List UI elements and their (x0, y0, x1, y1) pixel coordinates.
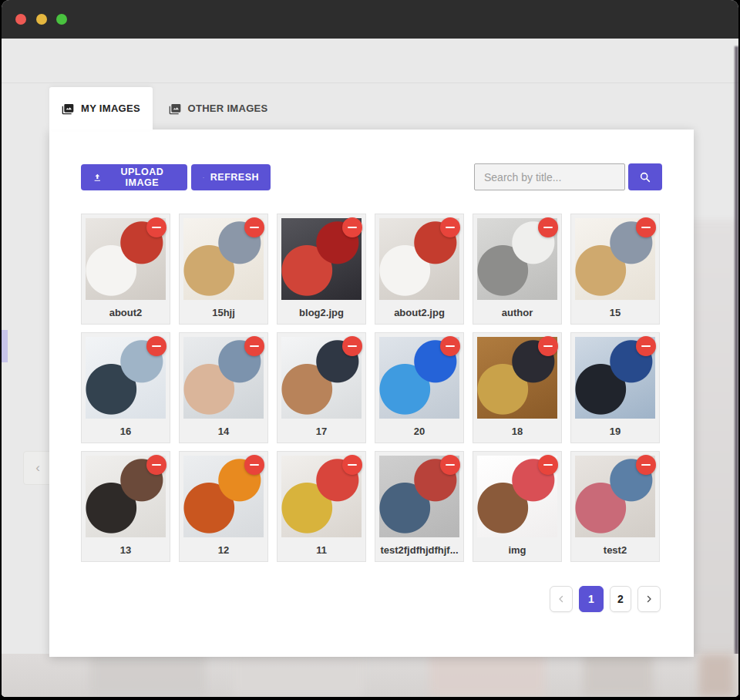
delete-image-button[interactable] (244, 217, 264, 237)
image-card[interactable]: 11 (277, 451, 366, 562)
delete-image-button[interactable] (538, 217, 558, 237)
background-accent-chip (2, 330, 8, 362)
delete-image-button[interactable] (636, 217, 656, 237)
minus-icon (348, 345, 357, 348)
image-card[interactable]: about2 (81, 214, 170, 325)
search-input[interactable] (474, 163, 625, 190)
pagination-pages: 1 2 (579, 586, 631, 612)
delete-image-button[interactable] (636, 455, 656, 475)
delete-image-button[interactable] (440, 455, 460, 475)
image-card[interactable]: test2 (570, 451, 660, 562)
delete-image-button[interactable] (342, 217, 362, 237)
background-divider (2, 82, 738, 83)
background-bottom-blur (2, 654, 738, 697)
image-card[interactable]: 15 (570, 214, 660, 325)
image-title: 19 (575, 419, 655, 443)
chevron-left-icon (557, 594, 566, 604)
refresh-button-label: REFRESH (210, 172, 259, 183)
image-title: 13 (86, 537, 166, 562)
image-card[interactable]: 18 (473, 332, 562, 443)
image-title: 12 (183, 537, 264, 562)
minus-icon (446, 464, 455, 466)
minus-icon (446, 345, 455, 348)
app-window: ‹ MY IMAGES OTHER IMAGES UPLOA (2, 0, 738, 697)
zoom-window-button[interactable] (56, 14, 67, 25)
image-card[interactable]: img (473, 451, 562, 562)
upload-button-label: UPLOAD IMAGE (109, 167, 176, 188)
image-title: 15hjj (183, 300, 264, 325)
delete-image-button[interactable] (146, 455, 166, 475)
image-title: 16 (86, 419, 166, 443)
image-card[interactable]: test2fjdfhjdfhjf... (375, 451, 464, 562)
delete-image-button[interactable] (538, 455, 558, 475)
image-card[interactable]: blog2.jpg (277, 214, 366, 325)
tab-my-images[interactable]: MY IMAGES (49, 87, 153, 130)
delete-image-button[interactable] (146, 336, 166, 356)
image-card[interactable]: 15hjj (179, 214, 268, 325)
delete-image-button[interactable] (244, 336, 264, 356)
minus-icon (250, 227, 259, 229)
minus-icon (152, 464, 161, 466)
images-panel: UPLOAD IMAGE REFRESH about2 (49, 130, 694, 657)
minus-icon (543, 227, 553, 229)
minus-icon (348, 227, 357, 229)
image-card[interactable]: about2.jpg (375, 214, 464, 325)
image-title: test2 (575, 537, 655, 562)
chevron-left-icon: ‹ (35, 460, 40, 476)
image-card[interactable]: 20 (375, 332, 464, 443)
search-icon (639, 171, 651, 183)
image-title: 20 (379, 419, 459, 443)
delete-image-button[interactable] (146, 217, 166, 237)
image-title: 17 (281, 419, 362, 443)
minus-icon (641, 345, 651, 348)
minus-icon (641, 464, 651, 466)
image-title: img (477, 537, 557, 562)
minus-icon (543, 464, 553, 466)
image-grid: about2 15hjj blog2.jpg about2.jpg author (81, 214, 662, 562)
pagination-page-button[interactable]: 2 (610, 586, 631, 612)
upload-icon (92, 172, 103, 183)
background-edge (735, 46, 738, 697)
photo-library-icon (169, 103, 181, 115)
delete-image-button[interactable] (342, 336, 362, 356)
image-card[interactable]: 17 (277, 332, 366, 443)
pagination-prev-button[interactable] (550, 586, 573, 612)
image-card[interactable]: 19 (570, 332, 660, 443)
image-title: author (477, 300, 557, 325)
delete-image-button[interactable] (244, 455, 264, 475)
tab-label: OTHER IMAGES (188, 103, 268, 114)
minus-icon (250, 345, 259, 348)
image-card[interactable]: author (473, 214, 562, 325)
titlebar (2, 0, 738, 39)
minimize-window-button[interactable] (36, 14, 47, 25)
page-background: ‹ MY IMAGES OTHER IMAGES UPLOA (2, 39, 738, 697)
minus-icon (543, 345, 553, 348)
upload-image-button[interactable]: UPLOAD IMAGE (81, 164, 187, 190)
search-button[interactable] (628, 163, 662, 190)
background-back-button[interactable]: ‹ (23, 451, 52, 485)
image-card[interactable]: 16 (81, 332, 170, 443)
image-title: 18 (477, 419, 557, 443)
tab-other-images[interactable]: OTHER IMAGES (153, 87, 284, 130)
pagination-next-button[interactable] (637, 586, 661, 612)
image-title: 11 (281, 537, 362, 562)
image-title: test2fjdfhjdfhjf... (379, 537, 459, 562)
image-title: 14 (183, 419, 264, 443)
minus-icon (348, 464, 357, 466)
image-title: 15 (575, 300, 655, 325)
delete-image-button[interactable] (440, 217, 460, 237)
image-card[interactable]: 13 (81, 451, 170, 562)
chevron-right-icon (644, 594, 654, 604)
minus-icon (152, 227, 161, 229)
close-window-button[interactable] (15, 14, 26, 25)
image-card[interactable]: 14 (179, 332, 268, 443)
delete-image-button[interactable] (636, 336, 656, 356)
delete-image-button[interactable] (440, 336, 460, 356)
photo-library-icon (62, 103, 74, 115)
image-card[interactable]: 12 (179, 451, 268, 562)
delete-image-button[interactable] (342, 455, 362, 475)
delete-image-button[interactable] (538, 336, 558, 356)
pagination-page-button[interactable]: 1 (579, 586, 604, 612)
refresh-button[interactable]: REFRESH (191, 164, 271, 190)
minus-icon (152, 345, 161, 348)
